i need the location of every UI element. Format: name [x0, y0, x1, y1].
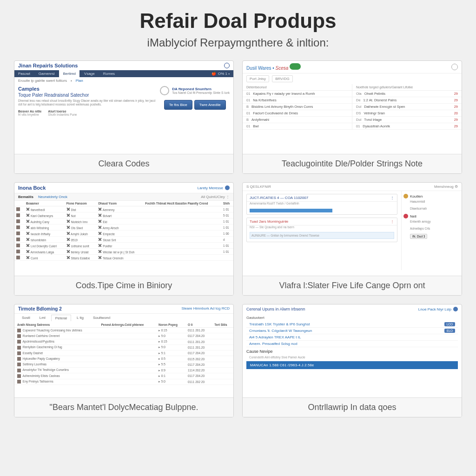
header-link[interactable]: Lnoe Pack Niyr Lslp: [418, 307, 451, 311]
list-item[interactable]: Tresbath 1SK Trystier & IP6 SunghstLCO: [246, 321, 458, 328]
settings-icon[interactable]: [451, 64, 458, 70]
widget-item[interactable]: Haaunmistl: [403, 200, 460, 203]
table-header[interactable]: Noron Popeg: [156, 322, 185, 328]
list-item[interactable]: DolDathewie Enncgin st Spen29: [352, 104, 462, 110]
list-item[interactable]: 01Bwl: [243, 123, 352, 130]
card-teaclugointite[interactable]: Dusil Wares • Scesa Port Jnisy BRV/DG De…: [242, 60, 462, 174]
table-header[interactable]: Tert Stils: [212, 322, 233, 328]
secondary-button[interactable]: Twre Anedlie: [194, 100, 226, 110]
tab[interactable]: Port Jnisy: [246, 75, 269, 82]
tab[interactable]: BRV/DG: [272, 75, 293, 82]
status-badge: ELO: [444, 329, 455, 333]
panel-icon[interactable]: ⋮: [390, 219, 394, 224]
list-item[interactable]: BArdyfirmahi: [243, 117, 352, 123]
nav-item-active[interactable]: Bertimd: [59, 70, 79, 77]
table-row[interactable]: Renlylisin Cascheming Oi fug▸ 5:00111 20…: [14, 344, 233, 350]
row-icon: [17, 351, 21, 355]
table-row[interactable]: Iwosdn Ihftwliy Amyhl Joksh Empecte1 00: [14, 231, 233, 237]
table-header[interactable]: Penest Artrergs-Cold phtenee: [98, 322, 156, 328]
nav-item[interactable]: Romes: [99, 70, 119, 77]
list-item[interactable]: BBisidins Lml Arinony Binyth Onsn Conrs: [243, 104, 352, 110]
table-row[interactable]: Setlinny Lsonfnas▸ 5:50117 204.20: [14, 362, 233, 367]
table-row[interactable]: Hptoestfer Paply Coapatery▸ 0:50115 202.…: [14, 356, 233, 362]
x-icon: [66, 238, 70, 241]
table-row[interactable]: Kanl Oatheneyrs Not Bdvart5 01: [14, 212, 233, 218]
list-item[interactable]: Amern. Pmsoatfed Sclsg nod: [246, 341, 458, 347]
nav-item[interactable]: Gamenrsl: [35, 70, 59, 77]
breadcrumb-link[interactable]: Plan: [76, 79, 83, 83]
card-ontrllawrip[interactable]: Cerenal Upuns in Alwrn Irbsenn Lnoe Pack…: [242, 304, 462, 417]
widget-button[interactable]: IN. Dud 3: [410, 234, 427, 239]
list-item[interactable]: De1:2 At. Disnerst Palns29: [352, 97, 462, 104]
list-item[interactable]: 01Na Krfseinfives: [243, 97, 352, 104]
table-row[interactable]: Apcinimstioost/Pypdtins▸ 0:150111 201.20: [14, 339, 233, 344]
dashboard-panel[interactable]: Tuad 2ars Mominguinle⋮ NSI — Sle Qcaulin…: [246, 218, 397, 242]
list-item[interactable]: Crnonians.'ll. Cdgclardt W TawongeunELO: [246, 328, 458, 334]
table-header[interactable]: Fione Fansom: [65, 201, 97, 206]
toolbar-right[interactable]: Menshneog ⚙: [434, 185, 458, 189]
nav-item[interactable]: Vsage: [80, 70, 99, 77]
card-cleara-codes[interactable]: Jinan Repairls Solutions Pasowl Gamenrsl…: [14, 60, 234, 174]
table-row[interactable]: Adhendminly Ellsts Castxas▸ 0:10117 204.…: [14, 373, 233, 379]
primary-button[interactable]: Te fbs Bice: [164, 100, 192, 110]
list-item[interactable]: DolTvnd Irtage29: [352, 117, 462, 123]
tab[interactable]: Sostl: [18, 315, 34, 321]
table-header[interactable]: Fochth Thtmat Heclt Eassibn Paanlty Cren…: [143, 201, 221, 206]
toolbar-right[interactable]: All QuiniUCley ⋮: [201, 195, 230, 199]
breadcrumb-text: Erouite ip galrite swert foltiors: [18, 79, 67, 83]
table-row[interactable]: Rontared Catrfsins Onrennt▸ 5:00117 204.…: [14, 333, 233, 339]
table-row[interactable]: Esselty Dashet▸ 5:10117 204.20: [14, 350, 233, 356]
tab[interactable]: Lml: [36, 315, 49, 321]
table-row[interactable]: abb Wibshing Ols Slwd Amry Alrsch1 01: [14, 225, 233, 231]
card-vlafra-slater[interactable]: S QESLKFNIR Menshneog ⚙ JUCT-RCATIES 4 —…: [242, 182, 462, 296]
list-item[interactable]: DSVetningr Sran20: [352, 110, 462, 117]
table-header[interactable]: Arath Nissng Satrenns: [14, 322, 98, 328]
list-item[interactable]: 01Faclort Cocdivaend de Dmes: [243, 110, 352, 117]
tab[interactable]: Peteral: [51, 315, 71, 321]
tab-link[interactable]: Neorwldnrly Onck: [38, 195, 67, 199]
x-icon: [26, 238, 30, 241]
help-icon[interactable]: [224, 63, 230, 68]
widget-item[interactable]: Entwnth amsgy: [403, 220, 460, 223]
tab-active[interactable]: Bemalils: [18, 195, 33, 199]
tab[interactable]: Soultwond: [89, 315, 114, 321]
tab[interactable]: L tig: [73, 315, 87, 321]
section-para: Dhemat less nas retast shout brssdbritly…: [18, 99, 155, 107]
dashboard-panel[interactable]: JUCT-RCATIES 4 — COA 1102007⋮ Amenmanta …: [246, 194, 397, 215]
column-header: Noethde torged gdluiers/Ganant Lifotke: [352, 84, 462, 91]
row-icon: [16, 207, 20, 211]
list-item[interactable]: 01Kapains Fiy r naiady yer Inwvrd a Romh: [243, 91, 352, 97]
table-header[interactable]: [14, 201, 24, 206]
link-text[interactable]: Larety Meresse: [198, 186, 223, 190]
list-item[interactable]: Ai4 5 Adraylen TREX AAPE t IL: [246, 334, 458, 341]
row-icon: [16, 225, 20, 229]
table-row[interactable]: Cornl Stisirs Eslaibe Tetsue Oremdn: [14, 255, 233, 261]
widget-item[interactable]: Adnwilaps Crts: [403, 227, 460, 230]
table-row[interactable]: Itarvethedl Dist Aennnny1 01: [14, 206, 233, 212]
header-link[interactable]: Sleare Himnbork Ad tcg RCD: [181, 306, 230, 311]
table-row[interactable]: Aulnihtg Cany Nioteich Inrv Eld1 01: [14, 218, 233, 225]
table-row[interactable]: Copwond Triuachng Conresang trev zkitmes…: [14, 328, 233, 333]
status-dot-icon: [453, 307, 458, 311]
table-header[interactable]: O li: [185, 322, 212, 328]
card-bears-mantet[interactable]: Tirmote Bdloming 2 Sleare Himnbork Ad tc…: [14, 304, 234, 417]
table-header[interactable]: Dhaud Ysom: [96, 201, 143, 206]
table-row[interactable]: Ansshiyfor Thi Testhidge Corwrlins▸ 0:91…: [14, 367, 233, 373]
table-row[interactable]: Eny Pminys Tathserms▸ 5:00111 202 20: [14, 379, 233, 384]
panel-icon[interactable]: ⋮: [390, 196, 394, 200]
table-row[interactable]: Arnndvanis Latga tienkry Ursiat Wicdar /…: [14, 249, 233, 255]
table-header[interactable]: Shih: [221, 201, 233, 206]
section-header: Cause Nevipe: [246, 349, 458, 354]
x-icon: [26, 256, 30, 259]
nav-item[interactable]: Pasowl: [14, 70, 34, 77]
table-row[interactable]: Lnd Ddwnjits Cuierl Udhsine sonit Poklfe…: [14, 243, 233, 249]
table-header[interactable]: Boaamer: [24, 201, 65, 206]
widget-item[interactable]: Dlawtsornah: [403, 207, 460, 210]
list-item[interactable]: 01Dyausitrah Aonrik29: [352, 123, 462, 130]
primary-nav: Pasowl Gamenrsl Bertimd Vsage Romes 🍎O% …: [14, 70, 233, 77]
list-item[interactable]: OlaOhwit Pelintis29: [352, 91, 462, 97]
card-caption: Vlafra l:Slater Five Life Cange Oprn ont: [243, 276, 462, 295]
card-cods-tipe[interactable]: Inona Bock Larety Meresse Bemalils Neorw…: [14, 182, 234, 296]
table-row[interactable]: Ishomibtein 0519 Stose Sntd: [14, 237, 233, 243]
panel-callout[interactable]: AUNbURE — Gniisn by brrnunnws Onend Tiow…: [250, 232, 394, 239]
